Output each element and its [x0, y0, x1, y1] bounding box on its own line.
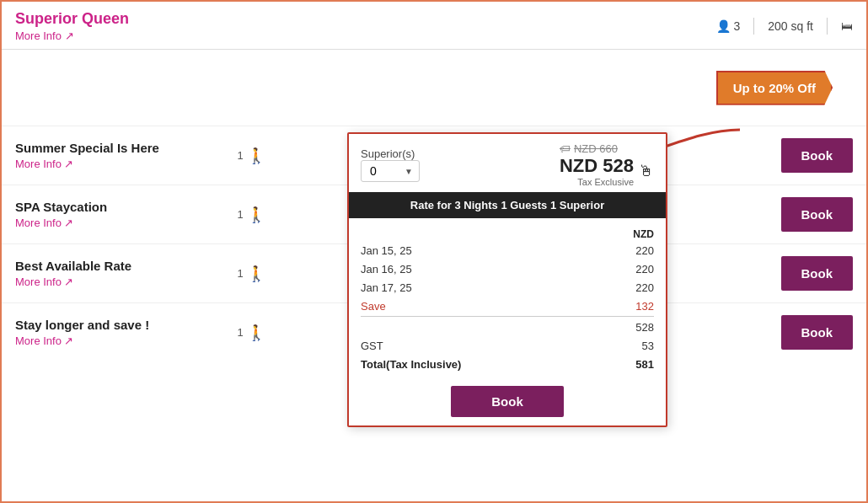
breakdown-header: Rate for 3 Nights 1 Guests 1 Superior	[349, 192, 666, 218]
popup-header: Superior(s) 0 1 2 3 ▼ 🏷 NZD 660	[349, 134, 666, 192]
more-info-arrow-0: ↗	[64, 158, 73, 170]
breakdown-row-label: Jan 17, 25	[361, 281, 612, 294]
promo-area: Up to 20% Off	[2, 50, 866, 126]
rate-name-col-2: Best Available Rate More Info ↗	[15, 259, 217, 288]
bed-info: 🛏	[841, 19, 853, 33]
header-more-info-link[interactable]: More Info ↗	[15, 29, 129, 42]
rate-name-3: Stay longer and save !	[15, 318, 217, 332]
more-info-link-3[interactable]: More Info ↗	[15, 334, 217, 347]
rate-name-2: Best Available Rate	[15, 259, 217, 273]
breakdown-row: Save132	[361, 297, 654, 316]
more-info-arrow-icon: ↗	[65, 29, 74, 42]
book-button-2[interactable]: Book	[781, 256, 854, 291]
book-button-3[interactable]: Book	[781, 315, 854, 350]
guest-col-0: 1 🚶	[217, 147, 285, 165]
popup-price-block: NZD 528 Tax Exclusive	[560, 155, 634, 187]
guest-icon-1: 🚶	[247, 206, 265, 224]
rate-name-col-3: Stay longer and save ! More Info ↗	[15, 318, 217, 347]
more-info-link-1[interactable]: More Info ↗	[15, 217, 217, 229]
guest-col-1: 1 🚶	[217, 206, 285, 224]
divider	[753, 18, 754, 35]
popup-orig-price: 🏷 NZD 660	[560, 142, 654, 155]
tag-icon: 🏷	[560, 142, 571, 155]
rate-breakdown: Rate for 3 Nights 1 Guests 1 Superior NZ…	[349, 192, 666, 377]
breakdown-row-value: 132	[612, 300, 654, 313]
breakdown-col-headers: NZD	[361, 225, 654, 242]
popup-book-area: Book	[349, 377, 666, 425]
breakdown-row: Jan 17, 25220	[361, 279, 654, 297]
rate-name-col-0: Summer Special Is Here More Info ↗	[15, 141, 217, 170]
breakdown-row-value: 581	[612, 358, 654, 371]
breakdown-row: Total(Tax Inclusive)581	[361, 356, 654, 374]
main-container: Superior Queen More Info ↗ 👤 3 200 sq ft…	[0, 0, 868, 503]
guest-icon-2: 🚶	[247, 265, 265, 283]
popup-tax-label: Tax Exclusive	[560, 177, 634, 187]
more-info-arrow-1: ↗	[64, 217, 73, 229]
cursor-icon: 🖱	[639, 163, 654, 180]
bed-icon: 🛏	[841, 19, 853, 33]
breakdown-row-value: 220	[612, 263, 654, 276]
breakdown-row-label: Jan 15, 25	[361, 244, 612, 257]
popup-main-price: NZD 528	[560, 155, 634, 177]
room-title: Superior Queen	[15, 10, 129, 28]
breakdown-row-label: Jan 16, 25	[361, 263, 612, 276]
more-info-link-2[interactable]: More Info ↗	[15, 276, 217, 288]
breakdown-row: Jan 16, 25220	[361, 260, 654, 279]
header-right: 👤 3 200 sq ft 🛏	[716, 18, 854, 35]
header-row: Superior Queen More Info ↗ 👤 3 200 sq ft…	[2, 2, 866, 50]
popup-quantity-select[interactable]: 0 1 2 3	[361, 160, 420, 182]
guests-icon: 👤	[716, 19, 731, 33]
breakdown-row-label: GST	[361, 340, 612, 352]
popup-label-col: Superior(s) 0 1 2 3 ▼	[361, 147, 420, 182]
more-info-link-0[interactable]: More Info ↗	[15, 158, 217, 170]
popup-book-button[interactable]: Book	[451, 386, 564, 417]
guest-icon-3: 🚶	[247, 324, 265, 342]
breakdown-row-value: 53	[612, 340, 654, 352]
rate-popup: Superior(s) 0 1 2 3 ▼ 🏷 NZD 660	[347, 132, 667, 427]
popup-select-wrapper: 0 1 2 3 ▼	[361, 160, 420, 182]
breakdown-row-value: 220	[612, 281, 654, 294]
popup-label: Superior(s)	[361, 147, 420, 160]
area-info: 200 sq ft	[768, 19, 813, 33]
guests-info: 👤 3	[716, 19, 741, 33]
popup-price-area: 🏷 NZD 660 NZD 528 Tax Exclusive 🖱	[560, 142, 654, 187]
breakdown-row: GST53	[361, 337, 654, 356]
guest-col-3: 1 🚶	[217, 324, 285, 342]
breakdown-row-label: Save	[361, 300, 612, 313]
breakdown-row: 528	[361, 316, 654, 337]
breakdown-row-value: 528	[612, 321, 654, 334]
breakdown-rows: Jan 15, 25220Jan 16, 25220Jan 17, 25220S…	[361, 242, 654, 374]
guest-col-2: 1 🚶	[217, 265, 285, 283]
guest-icon-0: 🚶	[247, 147, 265, 165]
divider2	[827, 18, 828, 35]
breakdown-row: Jan 15, 25220	[361, 242, 654, 260]
breakdown-body: NZD Jan 15, 25220Jan 16, 25220Jan 17, 25…	[349, 218, 666, 377]
more-info-arrow-3: ↗	[64, 334, 73, 347]
breakdown-row-label	[361, 321, 612, 334]
promo-badge: Up to 20% Off	[716, 71, 833, 105]
rate-name-0: Summer Special Is Here	[15, 141, 217, 155]
book-button-0[interactable]: Book	[781, 138, 854, 173]
breakdown-row-value: 220	[612, 244, 654, 257]
book-button-1[interactable]: Book	[781, 197, 854, 232]
rate-name-col-1: SPA Staycation More Info ↗	[15, 200, 217, 229]
header-left: Superior Queen More Info ↗	[15, 10, 129, 42]
breakdown-row-label: Total(Tax Inclusive)	[361, 358, 612, 371]
more-info-arrow-2: ↗	[64, 276, 73, 288]
rate-name-1: SPA Staycation	[15, 200, 217, 214]
